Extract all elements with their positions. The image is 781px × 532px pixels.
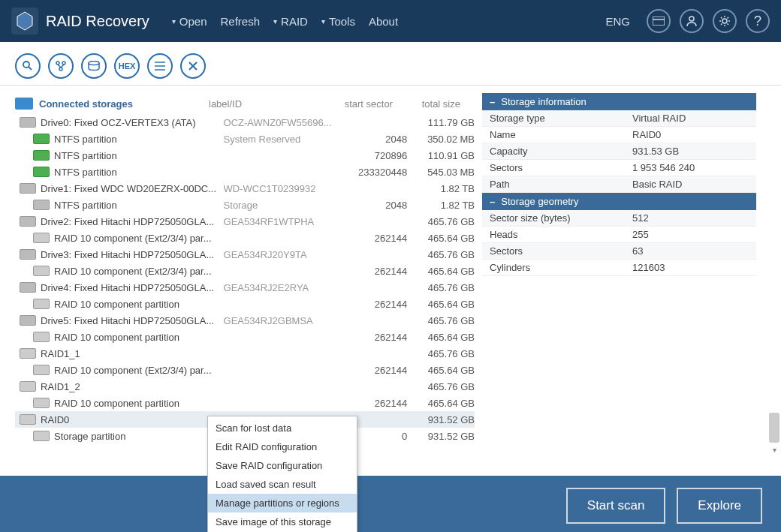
row-size: 465.64 GB	[407, 233, 475, 244]
storage-row[interactable]: RAID 10 component (Ext2/3/4) par...26214…	[15, 263, 475, 279]
context-menu-item[interactable]: Load saved scan result	[208, 475, 357, 494]
storage-row[interactable]: RAID 10 component (Ext2/3/4) par...26214…	[15, 230, 475, 246]
storage-row[interactable]: RAID1_2465.76 GB	[15, 378, 475, 395]
part-icon	[33, 150, 50, 161]
col-label-header: label/ID	[209, 98, 321, 110]
card-icon[interactable]	[647, 9, 671, 33]
context-menu-item[interactable]: Save image of this storage	[208, 512, 357, 531]
pane-title: Connected storages	[39, 98, 209, 110]
scroll-down-icon[interactable]: ▾	[769, 446, 779, 456]
storage-row[interactable]: Drive5: Fixed Hitachi HDP725050GLA...GEA…	[15, 312, 475, 329]
row-size: 465.76 GB	[407, 249, 475, 260]
storage-row[interactable]: NTFS partitionStorage20481.82 TB	[15, 197, 475, 213]
storage-row[interactable]: Drive3: Fixed Hitachi HDP725050GLA...GEA…	[15, 246, 475, 263]
row-size: 465.64 GB	[407, 299, 475, 310]
scroll-thumb[interactable]	[769, 413, 779, 443]
row-label: GEA534RF1WTPHA	[224, 216, 336, 227]
info-value: 63	[625, 243, 756, 259]
info-key: Sector size (bytes)	[482, 210, 625, 226]
row-sector: 2048	[336, 134, 407, 145]
info-key: Storage type	[482, 110, 625, 126]
storage-info-header[interactable]: – Storage information	[482, 93, 756, 110]
info-row: NameRAID0	[482, 127, 756, 143]
storage-row[interactable]: RAID 10 component partition262144465.64 …	[15, 296, 475, 312]
row-size: 465.76 GB	[407, 282, 475, 293]
row-sector: 2048	[336, 200, 407, 211]
menu-about[interactable]: About	[369, 15, 398, 28]
hex-tool-icon[interactable]: HEX	[114, 53, 140, 79]
menu-raid[interactable]: ▾RAID	[273, 15, 308, 28]
col-size-header: total size	[393, 98, 460, 110]
storage-row[interactable]: NTFS partition720896110.91 GB	[15, 147, 475, 164]
row-name: RAID1_2	[41, 381, 224, 392]
storage-row[interactable]: Drive1: Fixed WDC WD20EZRX-00DC...WD-WCC…	[15, 180, 475, 197]
row-name: Drive3: Fixed Hitachi HDP725050GLA...	[41, 249, 224, 260]
raid-icon	[33, 365, 50, 375]
storage-row[interactable]: RAID 10 component (Ext2/3/4) par...26214…	[15, 362, 475, 378]
svg-point-10	[89, 62, 99, 65]
collapse-icon[interactable]: –	[490, 96, 495, 107]
row-name: RAID 10 component (Ext2/3/4) par...	[54, 365, 224, 376]
part-icon	[33, 134, 50, 144]
row-label: Storage	[224, 200, 336, 211]
gear-icon[interactable]	[713, 9, 737, 33]
raid-icon	[20, 381, 36, 392]
storage-row[interactable]: RAID 10 component partition262144465.64 …	[15, 329, 475, 345]
context-menu: Scan for lost dataEdit RAID configuratio…	[207, 416, 357, 532]
row-name: Drive5: Fixed Hitachi HDP725050GLA...	[41, 315, 224, 326]
info-row: PathBasic RAID	[482, 176, 756, 193]
close-tool-icon[interactable]	[180, 53, 206, 79]
row-size: 110.91 GB	[407, 150, 475, 161]
scrollbar[interactable]: ▾	[769, 98, 781, 458]
list-tool-icon[interactable]	[147, 53, 173, 79]
part-icon	[33, 167, 50, 177]
context-menu-item[interactable]: Save RAID configuration	[208, 456, 357, 475]
context-menu-item[interactable]: Edit RAID configuration	[208, 437, 357, 456]
main-menu: ▾Open Refresh ▾RAID ▾Tools About	[172, 15, 398, 28]
tree-tool-icon[interactable]	[48, 53, 74, 79]
menu-open[interactable]: ▾Open	[172, 15, 207, 28]
storage-row[interactable]: RAID 10 component partition262144465.64 …	[15, 395, 475, 411]
storage-row[interactable]: Drive4: Fixed Hitachi HDP725050GLA...GEA…	[15, 279, 475, 296]
menu-refresh[interactable]: Refresh	[221, 15, 261, 28]
menu-about-label: About	[369, 15, 398, 28]
menu-tools-label: Tools	[329, 15, 355, 28]
language-selector[interactable]: ENG	[605, 15, 630, 28]
disk-tool-icon[interactable]	[81, 53, 107, 79]
col-sector-header: start sector	[321, 98, 393, 110]
storage-row[interactable]: NTFS partition233320448545.03 MB	[15, 164, 475, 180]
svg-point-8	[62, 62, 65, 65]
menu-tools[interactable]: ▾Tools	[321, 15, 355, 28]
geometry-info-header[interactable]: – Storage geometry	[482, 193, 756, 210]
row-name: NTFS partition	[54, 150, 224, 161]
explore-button[interactable]: Explore	[677, 488, 762, 524]
svg-marker-0	[17, 12, 32, 30]
header-right: ENG ?	[605, 9, 770, 33]
storages-pane: Connected storages label/ID start sector…	[0, 86, 475, 476]
pane-title-row: Connected storages label/ID start sector…	[15, 93, 475, 114]
help-icon[interactable]: ?	[746, 9, 770, 33]
drive-icon	[20, 315, 36, 326]
collapse-icon[interactable]: –	[490, 196, 495, 207]
row-size: 465.64 GB	[407, 266, 475, 277]
row-name: RAID0	[41, 414, 224, 425]
search-tool-icon[interactable]	[15, 53, 41, 79]
storage-tree[interactable]: Drive0: Fixed OCZ-VERTEX3 (ATA)OCZ-AWNZ0…	[15, 114, 475, 444]
start-scan-button[interactable]: Start scan	[566, 488, 666, 524]
row-size: 465.76 GB	[407, 381, 475, 392]
storage-row[interactable]: Drive2: Fixed Hitachi HDP725050GLA...GEA…	[15, 213, 475, 230]
info-row: Storage typeVirtual RAID	[482, 110, 756, 127]
info-key: Cylinders	[482, 260, 625, 275]
storage-row[interactable]: RAID1_1465.76 GB	[15, 345, 475, 362]
caret-icon: ▾	[273, 17, 277, 26]
context-menu-item[interactable]: Manage partitions or regions	[208, 494, 357, 512]
row-name: Drive0: Fixed OCZ-VERTEX3 (ATA)	[41, 117, 224, 128]
context-menu-item[interactable]: Scan for lost data	[208, 419, 357, 437]
raid-icon	[20, 414, 36, 425]
row-label: OCZ-AWNZ0FW55696...	[224, 117, 336, 128]
raid-icon	[33, 233, 50, 243]
user-icon[interactable]	[680, 9, 704, 33]
storages-icon	[15, 98, 33, 110]
storage-row[interactable]: Drive0: Fixed OCZ-VERTEX3 (ATA)OCZ-AWNZ0…	[15, 114, 475, 131]
storage-row[interactable]: NTFS partitionSystem Reserved2048350.02 …	[15, 131, 475, 147]
